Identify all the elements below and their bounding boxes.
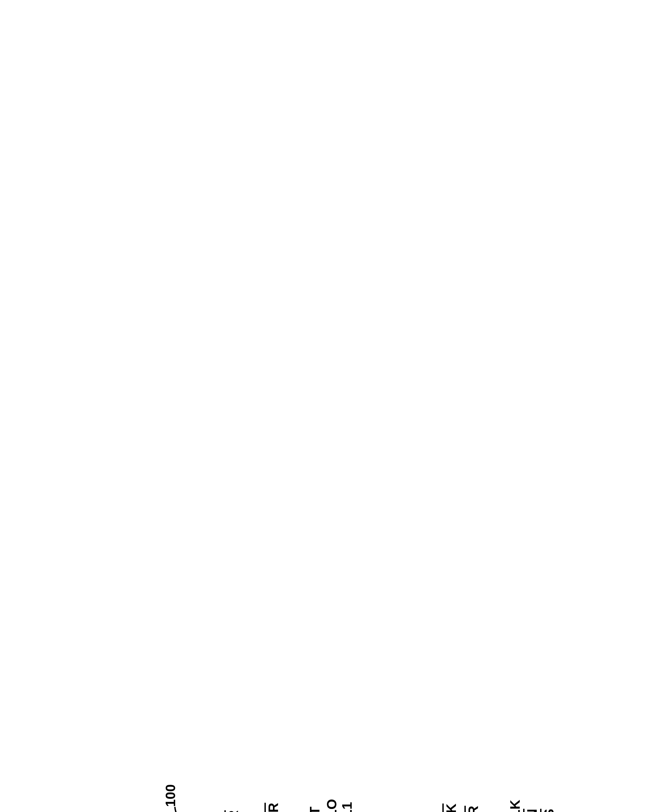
ref-100: 100	[163, 784, 178, 807]
sig-rcs: RCS	[541, 809, 557, 812]
sig-ffir: FF/IR	[226, 810, 241, 812]
sig-rsdr: RSDR	[466, 806, 481, 812]
sig-mark: MARK	[444, 804, 459, 812]
sig-fwft: FWFT	[307, 807, 323, 812]
diagram-canvas: 100 Do-Dn (X40, X20, X10) SREN SEN SCLK …	[0, 0, 662, 812]
sig-rclk: RCLK	[508, 800, 523, 812]
sig-fselo: FSELO	[324, 799, 339, 812]
sig-ren: REN	[524, 809, 540, 812]
sig-fsel1: FSEL1	[339, 802, 355, 812]
sig-efor: EF/OR	[266, 803, 281, 812]
